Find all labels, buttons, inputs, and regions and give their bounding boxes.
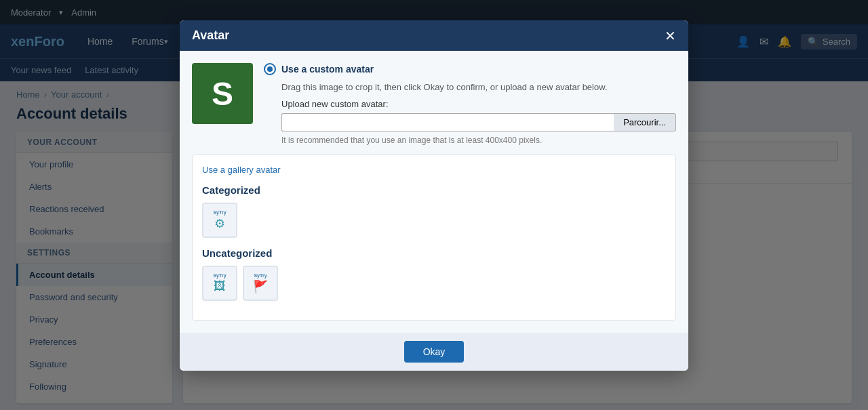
- avatar-preview: S: [192, 63, 253, 124]
- use-custom-label: Use a custom avatar: [281, 64, 374, 75]
- gallery-items-uncategorized: SyTry 🖼 SyTry 🚩: [202, 266, 666, 301]
- modal-body: S Use a custom avatar Drag this image to…: [180, 51, 688, 333]
- gallery-section: Use a gallery avatar Categorized SyTry ⚙…: [192, 155, 676, 321]
- upload-new-label: Upload new custom avatar:: [281, 99, 676, 109]
- custom-avatar-section: S Use a custom avatar Drag this image to…: [192, 63, 676, 145]
- use-custom-radio[interactable]: [264, 63, 276, 75]
- use-custom-hint: Drag this image to crop it, then click O…: [281, 82, 676, 92]
- gallery-link[interactable]: Use a gallery avatar: [202, 165, 666, 175]
- modal-footer: Okay: [180, 333, 688, 371]
- file-input-area: Parcourir...: [281, 113, 676, 131]
- image-icon: 🖼: [214, 279, 226, 293]
- gallery-item-gear[interactable]: SyTry ⚙: [202, 203, 237, 238]
- gear-icon: ⚙: [214, 216, 225, 231]
- avatar-letter: S: [212, 75, 233, 112]
- img-recommendation: It is recommended that you use an image …: [281, 136, 676, 145]
- modal-overlay: Avatar ✕ S Use a custom avatar: [0, 0, 868, 410]
- category-title-categorized: Categorized: [202, 184, 666, 196]
- okay-button[interactable]: Okay: [404, 341, 465, 363]
- browse-button[interactable]: Parcourir...: [614, 113, 676, 131]
- modal-header: Avatar ✕: [180, 20, 688, 51]
- radio-inner: [267, 66, 273, 72]
- use-custom-radio-row: Use a custom avatar: [264, 63, 676, 75]
- gallery-item-flag[interactable]: SyTry 🚩: [243, 266, 278, 301]
- category-title-uncategorized: Uncategorized: [202, 247, 666, 259]
- modal-title: Avatar: [192, 28, 229, 43]
- file-text-input[interactable]: [281, 113, 614, 131]
- flag-icon: 🚩: [253, 279, 268, 294]
- gallery-items-categorized: SyTry ⚙: [202, 203, 666, 238]
- avatar-modal: Avatar ✕ S Use a custom avatar: [180, 20, 688, 371]
- avatar-options: Use a custom avatar Drag this image to c…: [264, 63, 676, 145]
- gallery-item-image[interactable]: SyTry 🖼: [202, 266, 237, 301]
- upload-row: Parcourir...: [281, 113, 676, 131]
- modal-close-button[interactable]: ✕: [665, 29, 676, 43]
